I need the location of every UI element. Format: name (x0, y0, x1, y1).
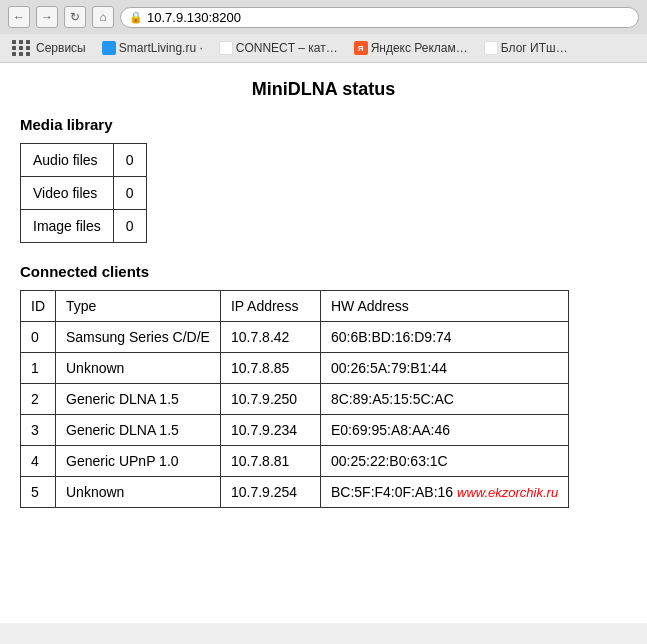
media-row-label: Image files (21, 210, 114, 243)
client-ip: 10.7.8.85 (220, 353, 320, 384)
clients-header-cell: Type (56, 291, 221, 322)
client-type: Samsung Series C/D/E (56, 322, 221, 353)
yandex-favicon: Я (354, 41, 368, 55)
client-type: Unknown (56, 353, 221, 384)
media-row-count: 0 (113, 210, 146, 243)
media-row: Video files 0 (21, 177, 147, 210)
reload-button[interactable]: ↻ (64, 6, 86, 28)
apps-label: Сервисы (36, 41, 86, 55)
client-hw: 8C:89:A5:15:5C:AC (320, 384, 568, 415)
home-button[interactable]: ⌂ (92, 6, 114, 28)
address-bar[interactable]: 🔒 10.7.9.130:8200 (120, 7, 639, 28)
client-id: 0 (21, 322, 56, 353)
blog-favicon (484, 41, 498, 55)
client-hw: 00:25:22:B0:63:1C (320, 446, 568, 477)
connected-clients-title: Connected clients (20, 263, 627, 280)
back-button[interactable]: ← (8, 6, 30, 28)
media-row-count: 0 (113, 177, 146, 210)
apps-grid-icon (12, 40, 31, 56)
forward-icon: → (41, 10, 53, 24)
client-id: 5 (21, 477, 56, 508)
client-id: 4 (21, 446, 56, 477)
client-row: 5 Unknown 10.7.9.254 BC:5F:F4:0F:AB:16 w… (21, 477, 569, 508)
client-type: Generic UPnP 1.0 (56, 446, 221, 477)
clients-table: IDTypeIP AddressHW Address 0 Samsung Ser… (20, 290, 569, 508)
media-row-label: Video files (21, 177, 114, 210)
lock-icon: 🔒 (129, 11, 143, 24)
clients-header-cell: IP Address (220, 291, 320, 322)
home-icon: ⌂ (99, 10, 106, 24)
bookmark-blog-label: Блог ИТш… (501, 41, 568, 55)
client-hw: 60:6B:BD:16:D9:74 (320, 322, 568, 353)
client-row: 3 Generic DLNA 1.5 10.7.9.234 E0:69:95:A… (21, 415, 569, 446)
client-type: Generic DLNA 1.5 (56, 415, 221, 446)
connect-favicon (219, 41, 233, 55)
nav-bar: ← → ↻ ⌂ 🔒 10.7.9.130:8200 (0, 0, 647, 34)
media-row: Audio files 0 (21, 144, 147, 177)
bookmark-yandex[interactable]: Я Яндекс Реклам… (350, 39, 472, 57)
clients-header-cell: HW Address (320, 291, 568, 322)
forward-button[interactable]: → (36, 6, 58, 28)
page-content: MiniDLNA status Media library Audio file… (0, 63, 647, 623)
client-hw: 00:26:5A:79:B1:44 (320, 353, 568, 384)
media-row-count: 0 (113, 144, 146, 177)
smartliving-favicon (102, 41, 116, 55)
media-library-title: Media library (20, 116, 627, 133)
client-row: 0 Samsung Series C/D/E 10.7.8.42 60:6B:B… (21, 322, 569, 353)
client-ip: 10.7.9.250 (220, 384, 320, 415)
media-library-table: Audio files 0 Video files 0 Image files … (20, 143, 147, 243)
client-row: 1 Unknown 10.7.8.85 00:26:5A:79:B1:44 (21, 353, 569, 384)
client-id: 1 (21, 353, 56, 384)
client-ip: 10.7.8.81 (220, 446, 320, 477)
media-row: Image files 0 (21, 210, 147, 243)
page-title: MiniDLNA status (20, 79, 627, 100)
client-type: Unknown (56, 477, 221, 508)
client-ip: 10.7.9.234 (220, 415, 320, 446)
address-text: 10.7.9.130:8200 (147, 10, 241, 25)
client-hw: BC:5F:F4:0F:AB:16 www.ekzorchik.ru (320, 477, 568, 508)
media-row-label: Audio files (21, 144, 114, 177)
client-ip: 10.7.9.254 (220, 477, 320, 508)
browser-chrome: ← → ↻ ⌂ 🔒 10.7.9.130:8200 Сервисы SmartL… (0, 0, 647, 63)
back-icon: ← (13, 10, 25, 24)
watermark: www.ekzorchik.ru (457, 485, 558, 500)
bookmark-blog[interactable]: Блог ИТш… (480, 39, 572, 57)
clients-header-cell: ID (21, 291, 56, 322)
client-id: 2 (21, 384, 56, 415)
client-type: Generic DLNA 1.5 (56, 384, 221, 415)
bookmark-smartliving-label: SmartLiving.ru · (119, 41, 203, 55)
bookmark-yandex-label: Яндекс Реклам… (371, 41, 468, 55)
reload-icon: ↻ (70, 10, 80, 24)
bookmark-smartliving[interactable]: SmartLiving.ru · (98, 39, 207, 57)
client-row: 4 Generic UPnP 1.0 10.7.8.81 00:25:22:B0… (21, 446, 569, 477)
client-row: 2 Generic DLNA 1.5 10.7.9.250 8C:89:A5:1… (21, 384, 569, 415)
bookmark-connect[interactable]: CONNECT – кат… (215, 39, 342, 57)
apps-menu[interactable]: Сервисы (8, 38, 90, 58)
bookmarks-bar: Сервисы SmartLiving.ru · CONNECT – кат… … (0, 34, 647, 62)
client-hw: E0:69:95:A8:AA:46 (320, 415, 568, 446)
client-id: 3 (21, 415, 56, 446)
bookmark-connect-label: CONNECT – кат… (236, 41, 338, 55)
client-ip: 10.7.8.42 (220, 322, 320, 353)
